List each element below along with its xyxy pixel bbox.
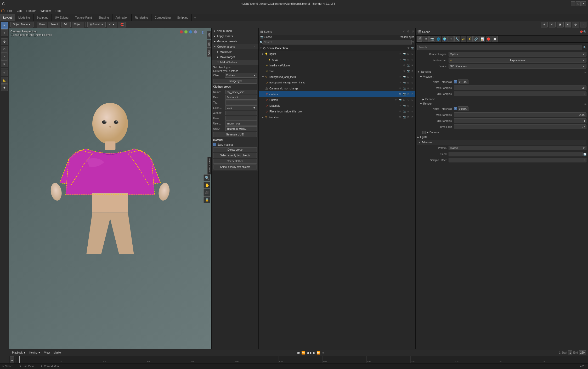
render-noise-threshold-checkbox[interactable]: ✓ (454, 107, 457, 110)
gizmo-toggle[interactable]: ⊕ (541, 22, 548, 27)
tool-scale[interactable]: ⤢ (1, 53, 8, 60)
viewport-subsection-header[interactable]: ▼ Viewport (417, 75, 586, 79)
render-tab-output[interactable]: 🖨 (423, 36, 429, 42)
irradiance-render[interactable]: 📷 (406, 64, 410, 67)
render-tab-data[interactable]: 📊 (479, 36, 485, 42)
search-icon-2[interactable]: 🔍 (583, 30, 586, 33)
mats-extra[interactable]: ⊞ (406, 104, 410, 107)
next-frame-button[interactable]: ⏩ (316, 351, 320, 355)
view-menu[interactable]: View (37, 22, 47, 27)
vp-noise-threshold-value[interactable]: 0.1000 (458, 80, 468, 84)
transform-dropdown[interactable]: ⊞ Global ▼ (87, 22, 106, 27)
n-tab-tool[interactable]: Tool (207, 40, 211, 48)
license-dropdown[interactable]: CC0 ▼ (225, 105, 257, 110)
zoom-in-button[interactable]: 🔍 (203, 174, 210, 181)
select-two-objects-button-1[interactable]: Select exactly two objects (213, 153, 257, 158)
tree-item-scene-collection[interactable]: ▼ ⬡ Scene Collection 👁 📷 (259, 45, 415, 51)
visibility-icon[interactable]: 👁 (406, 46, 410, 50)
clothes-extra[interactable]: ⊞ (406, 92, 410, 96)
render-engine-dropdown[interactable]: Cycles ▼ (449, 52, 586, 56)
ws-tab-texture-paint[interactable]: Texture Paint (72, 14, 95, 21)
make-clothes-header[interactable]: ▼ MakeClothes (212, 60, 258, 65)
tree-item-human[interactable]: ▽ Human 👁 📷 ⊞ ▽ ⊡ (259, 97, 415, 103)
3d-viewport[interactable]: Camera Perspective (1) Background_and_me… (9, 28, 211, 349)
add-menu[interactable]: Add (61, 22, 71, 27)
mats-render[interactable]: 📷 (402, 104, 406, 107)
render-tab-nodes[interactable]: 🔲 (492, 36, 498, 42)
new-human-header[interactable]: ▶ New human (212, 28, 258, 33)
render-tab-particles[interactable]: ✨ (461, 36, 466, 42)
overlay-toggle[interactable]: ⊙ (549, 22, 556, 27)
material-shading[interactable]: ◑ (572, 22, 579, 27)
tool-rotate[interactable]: ↺ (1, 46, 8, 53)
bg-visibility[interactable]: 👁 (398, 75, 402, 79)
create-assets-header[interactable]: ▼ Create assets ⋯ (212, 44, 258, 49)
delete-group-button[interactable]: Delete group (213, 147, 257, 152)
homepage-field[interactable] (225, 116, 257, 121)
object-menu[interactable]: Object (72, 22, 84, 27)
pt-extra2[interactable]: ⊡ (411, 110, 414, 113)
render-search-input[interactable] (417, 45, 582, 50)
bg-cc-extra[interactable]: ⊞ (406, 81, 410, 84)
make-skin-header[interactable]: ▶ MakeSkin (212, 49, 258, 54)
tree-item-materials[interactable]: ▽ Materials 👁 📷 ⊞ ▽ (259, 103, 415, 109)
menu-window[interactable]: Window (38, 9, 53, 13)
snapping-toggle[interactable]: 🧲 (118, 22, 126, 27)
lights-section-header[interactable]: ▶ Lights (417, 135, 586, 139)
frame-end-field[interactable]: 250 (579, 350, 586, 355)
render-max-samples-value[interactable]: 2000 (454, 112, 586, 117)
bg-cc-visibility[interactable]: 👁 (398, 81, 402, 84)
human-extra3[interactable]: ⊡ (411, 98, 414, 102)
render-subsection-header[interactable]: ▼ Render ☰ (417, 102, 586, 106)
username-field[interactable]: anonymous (225, 121, 257, 126)
change-type-button[interactable]: Change type (213, 79, 257, 84)
tool-transform[interactable]: ⊞ (1, 60, 8, 67)
apply-assets-header[interactable]: ▶ Apply assets ⋯ (212, 33, 258, 39)
make-target-header[interactable]: ▶ MakeTarget (212, 54, 258, 60)
check-clothes-button[interactable]: Check clothes (213, 159, 257, 164)
cam-visibility[interactable]: 👁 (398, 87, 402, 90)
save-material-checkbox[interactable]: ✓ (213, 143, 216, 146)
vp-min-samples-value[interactable]: 0 (454, 92, 586, 96)
cam-extra[interactable]: ⊞ (406, 87, 410, 90)
manage-presets-header[interactable]: ▶ Manage presets ⋯ (212, 39, 258, 44)
time-limit-value[interactable]: 0 s (454, 124, 586, 129)
pt-visibility[interactable]: 👁 (398, 110, 402, 113)
n-tab-item[interactable]: Item (207, 31, 211, 39)
render-noise-threshold-value[interactable]: 0.0100 (458, 106, 468, 111)
frame-scrubber[interactable]: ⟨ 1 20 40 60 80 100 120 140 160 180 200 … (9, 356, 588, 363)
clothes-extra2[interactable]: ⊡ (411, 92, 414, 96)
next-keyframe-button[interactable]: ▶ (313, 351, 315, 355)
area-extra[interactable]: ⊞ (406, 58, 410, 61)
lock-button[interactable]: 🔒 (203, 196, 210, 203)
tree-item-background[interactable]: ▼ ▽ Background_and_meta 👁 📷 ⊞ ⊡ (259, 74, 415, 80)
bg-cc-extra2[interactable]: ⊡ (411, 81, 414, 84)
tree-item-sun[interactable]: ☀ Sun 👁 📷 ⊞ (259, 68, 415, 74)
pt-extra[interactable]: ⊞ (406, 110, 410, 113)
render-tab-object[interactable]: ⬡ (448, 36, 454, 42)
minimize-button[interactable]: — (571, 1, 575, 6)
lights-render[interactable]: 📷 (402, 52, 406, 56)
go-end-button[interactable]: ⏭ (321, 351, 325, 355)
timeline-marker-menu[interactable]: Marker (52, 351, 63, 354)
lights-extra2[interactable]: ⊡ (411, 52, 414, 56)
seed-animate-icon[interactable]: 🔄 (583, 153, 586, 156)
ws-tab-animation[interactable]: Animation (112, 14, 132, 21)
irradiance-dots[interactable]: ⊞ (411, 64, 414, 67)
area-visibility[interactable]: 👁 (398, 58, 402, 61)
vp-noise-threshold-checkbox[interactable]: ✓ (454, 80, 457, 83)
uuid-field[interactable]: 6b10353b-06dd... (225, 126, 257, 131)
bg-render[interactable]: 📷 (402, 75, 406, 79)
lights-visibility[interactable]: 👁 (398, 52, 402, 56)
sun-extra[interactable]: ⊞ (411, 69, 414, 73)
play-button[interactable]: ▶ (310, 351, 312, 355)
clothes-render[interactable]: 📷 (402, 92, 406, 96)
human-extra2[interactable]: ▽ (406, 98, 410, 102)
camera-button[interactable]: 🎥 (203, 189, 210, 196)
bg-extra2[interactable]: ⊡ (411, 75, 414, 79)
lights-extra1[interactable]: ⊞ (406, 52, 410, 56)
tree-item-place-toon[interactable]: ▽ Place_toon_inside_this_box 👁 📷 ⊞ ⊡ (259, 109, 415, 114)
pattern-dropdown[interactable]: Classic ▼ (449, 146, 586, 150)
cam-extra2[interactable]: ⊡ (411, 87, 414, 90)
render-icon[interactable]: 📷 (411, 46, 414, 50)
